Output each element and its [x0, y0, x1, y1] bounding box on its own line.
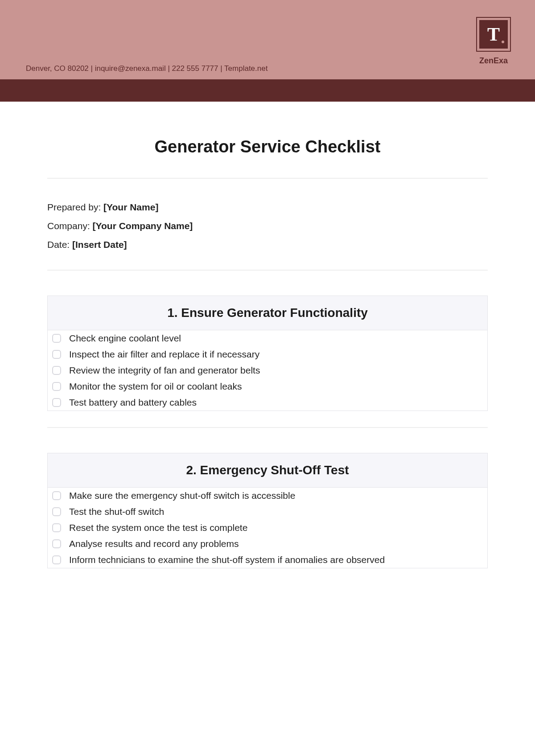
section-1-header: 1. Ensure Generator Functionality — [48, 296, 487, 330]
item-text: Test the shut-off switch — [69, 506, 164, 517]
item-text: Reset the system once the test is comple… — [69, 522, 247, 533]
item-text: Inspect the air filter and replace it if… — [69, 349, 259, 360]
item-text: Analyse results and record any problems — [69, 538, 239, 549]
meta-block: Prepared by: [Your Name] Company: [Your … — [47, 202, 488, 250]
page-title: Generator Service Checklist — [47, 137, 488, 156]
prepared-by-label: Prepared by: — [47, 202, 103, 212]
list-item: Reset the system once the test is comple… — [48, 520, 487, 536]
divider — [47, 427, 488, 428]
item-text: Inform technicians to examine the shut-o… — [69, 555, 385, 565]
item-text: Monitor the system for oil or coolant le… — [69, 381, 242, 392]
header-bar — [0, 79, 535, 102]
checkbox[interactable] — [52, 539, 61, 548]
checkbox[interactable] — [52, 350, 61, 359]
date-row: Date: [Insert Date] — [47, 239, 488, 250]
divider — [47, 178, 488, 179]
list-item: Test battery and battery cables — [48, 394, 487, 411]
item-text: Check engine coolant level — [69, 333, 181, 344]
item-text: Make sure the emergency shut-off switch … — [69, 490, 295, 501]
list-item: Inform technicians to examine the shut-o… — [48, 552, 487, 568]
logo-dot-icon — [502, 41, 504, 43]
date-value: [Insert Date] — [72, 239, 127, 250]
company-row: Company: [Your Company Name] — [47, 221, 488, 231]
section-1-heading: 1. Ensure Generator Functionality — [52, 306, 483, 320]
list-item: Check engine coolant level — [48, 330, 487, 346]
item-text: Test battery and battery cables — [69, 397, 197, 408]
company-label: Company: — [47, 221, 93, 231]
section-2: 2. Emergency Shut-Off Test Make sure the… — [47, 453, 488, 568]
list-item: Review the integrity of fan and generato… — [48, 362, 487, 378]
logo-outer: T — [476, 17, 511, 52]
section-2-header: 2. Emergency Shut-Off Test — [48, 453, 487, 488]
checkbox[interactable] — [52, 398, 61, 407]
date-label: Date: — [47, 239, 72, 250]
contact-info: Denver, CO 80202 | inquire@zenexa.mail |… — [26, 64, 268, 73]
checkbox[interactable] — [52, 507, 61, 516]
divider — [47, 270, 488, 271]
list-item: Monitor the system for oil or coolant le… — [48, 378, 487, 394]
section-2-heading: 2. Emergency Shut-Off Test — [52, 463, 483, 477]
logo-letter: T — [487, 24, 500, 45]
logo-block: T ZenExa — [476, 17, 511, 66]
page-content: Generator Service Checklist Prepared by:… — [0, 102, 535, 602]
checkbox[interactable] — [52, 334, 61, 343]
checkbox[interactable] — [52, 491, 61, 500]
section-1: 1. Ensure Generator Functionality Check … — [47, 296, 488, 411]
list-item: Test the shut-off switch — [48, 504, 487, 520]
list-item: Inspect the air filter and replace it if… — [48, 346, 487, 362]
checkbox[interactable] — [52, 382, 61, 391]
header-top: Denver, CO 80202 | inquire@zenexa.mail |… — [0, 0, 535, 79]
list-item: Make sure the emergency shut-off switch … — [48, 488, 487, 504]
prepared-by-value: [Your Name] — [103, 202, 158, 212]
logo-icon: T — [479, 20, 508, 49]
item-text: Review the integrity of fan and generato… — [69, 365, 260, 376]
brand-name: ZenExa — [476, 56, 511, 66]
prepared-by-row: Prepared by: [Your Name] — [47, 202, 488, 213]
list-item: Analyse results and record any problems — [48, 536, 487, 552]
checkbox[interactable] — [52, 523, 61, 532]
company-value: [Your Company Name] — [93, 221, 193, 231]
checkbox[interactable] — [52, 555, 61, 564]
checkbox[interactable] — [52, 366, 61, 375]
